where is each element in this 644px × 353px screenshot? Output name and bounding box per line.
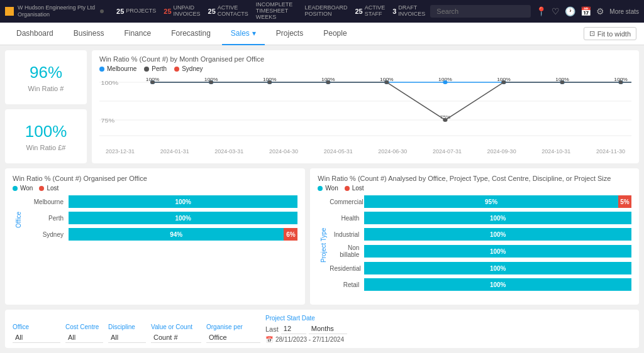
svg-point-29 (384, 80, 389, 84)
company-info: W Hudson Engineering Pty Ltd Organisatio… (18, 4, 95, 18)
legend-melbourne-dot (99, 67, 104, 72)
stats-area: 25 PROJECTS 25 UNPAIDINVOICES 25 ACTIVEC… (109, 2, 425, 21)
fit-width-button[interactable]: ⊡ Fit to width (584, 27, 636, 40)
bar-row-sydney: Sydney 94% 6% (25, 228, 297, 241)
bar-container-retail: 100% (364, 278, 631, 291)
win-ratio-value-value: 100% (25, 122, 67, 141)
date-range-value: 28/11/2023 - 27/11/2024 (275, 336, 344, 343)
svg-point-25 (150, 80, 155, 84)
more-stats-button[interactable]: More stats (609, 8, 639, 15)
filter-last-word: Last (265, 325, 279, 333)
legend-sydney-dot (174, 67, 179, 72)
legend-melbourne-label: Melbourne (107, 65, 136, 72)
win-ratio-value-label: Win Ratio £# (26, 144, 66, 151)
bar-chart-right-area: Project Type Commercial 95% 5% Health 10… (318, 195, 631, 295)
win-ratio-count-label: Win Ratio # (28, 85, 64, 92)
legend-melbourne: Melbourne (99, 65, 136, 72)
calendar-small-icon: 📅 (265, 336, 273, 343)
settings-icon[interactable]: ⚙ (596, 6, 604, 16)
bar-fill-retail-won: 100% (364, 278, 631, 291)
bar-row-non-billable: Non billable 100% (330, 244, 631, 258)
filter-organise-select[interactable]: Office Project Type (206, 332, 260, 343)
filters-row: Office All Melbourne Perth Sydney Cost C… (5, 310, 639, 348)
legend-lost-left: Lost (39, 185, 58, 192)
legend-sydney: Sydney (174, 65, 203, 72)
bottom-section: Win Ratio % (Count #) Organised per Offi… (5, 168, 639, 305)
nav-dashboard[interactable]: Dashboard (8, 23, 62, 45)
bar-row-commercial: Commercial 95% 5% (330, 195, 631, 208)
filter-discipline-select[interactable]: All (108, 332, 146, 343)
filter-cost-centre-select[interactable]: All (65, 332, 103, 343)
nav-projects[interactable]: Projects (267, 23, 312, 45)
bar-fill-commercial-won: 95% (364, 195, 618, 208)
svg-point-30 (443, 118, 447, 122)
bar-container-melbourne: 100% (69, 195, 297, 208)
bar-label-health: Health (330, 215, 364, 222)
clock-icon[interactable]: 🕐 (565, 6, 575, 16)
bar-row-health: Health 100% (330, 212, 631, 224)
bar-label-non-billable: Non billable (330, 244, 364, 258)
kpi-column: 96% Win Ratio # 100% Win Ratio £# (5, 50, 87, 163)
bar-chart-left-area: Office Melbourne 100% Perth 100% (13, 195, 297, 244)
filter-discipline-label: Discipline (108, 323, 146, 330)
bullet-separator (100, 9, 104, 13)
bar-fill-commercial-lost: 5% (618, 195, 631, 208)
bar-fill-industrial-won: 100% (364, 228, 631, 241)
legend-perth-label: Perth (152, 65, 167, 72)
filter-office-select[interactable]: All Melbourne Perth Sydney (13, 332, 60, 343)
bar-chart-left-title: Win Ratio % (Count #) Organised per Offi… (13, 175, 297, 182)
legend-won-left: Won (13, 185, 33, 192)
search-input[interactable] (430, 5, 531, 18)
y-axis-label-left: Office (13, 195, 25, 244)
svg-point-32 (560, 80, 564, 84)
bar-label-melbourne: Melbourne (25, 198, 69, 205)
filter-cost-centre-label: Cost Centre (65, 323, 103, 330)
bar-row-industrial: Industrial 100% (330, 228, 631, 241)
bar-fill-sydney-lost: 6% (284, 228, 297, 241)
filter-organise-group: Organise per Office Project Type (206, 323, 260, 343)
nav-business[interactable]: Business (65, 23, 113, 45)
filter-last-num-select[interactable]: 12 6 3 (281, 323, 306, 334)
heart-icon[interactable]: ♡ (552, 6, 560, 16)
filter-date-range: 📅 28/11/2023 - 27/11/2024 (265, 336, 347, 343)
bar-row-retail: Retail 100% (330, 278, 631, 291)
nav-people[interactable]: People (314, 23, 355, 45)
win-ratio-value-card: 100% Win Ratio £# (5, 109, 87, 163)
bar-container-residential: 100% (364, 262, 631, 274)
filter-value-count-select[interactable]: Count # Value £ (151, 332, 201, 343)
top-section: 96% Win Ratio # 100% Win Ratio £# Win Ra… (5, 50, 639, 163)
bar-fill-sydney-won: 94% (69, 228, 284, 241)
location-icon[interactable]: 📍 (536, 6, 547, 16)
bar-row-residential: Residential 100% (330, 262, 631, 274)
line-chart-svg: 100% 75% 100% 100% 100% 100% 100% 100% 1… (99, 76, 631, 145)
filter-office-group: Office All Melbourne Perth Sydney (13, 323, 60, 343)
nav-sales[interactable]: Sales ▾ (222, 23, 265, 45)
filter-office-label: Office (13, 323, 60, 330)
timesheet-stat: INCOMPLETETIMESHEET WEEKS (256, 2, 297, 21)
filter-last-period-select[interactable]: Months Weeks Years (309, 323, 347, 334)
legend-won-dot-left (13, 186, 18, 191)
svg-text:75%: 75% (101, 117, 114, 124)
nav-forecasting[interactable]: Forecasting (162, 23, 219, 45)
topbar: W Hudson Engineering Pty Ltd Organisatio… (0, 0, 644, 23)
leaderboard-stat: LEADERBOARDPOSITION (304, 5, 347, 18)
bar-label-perth: Perth (25, 215, 69, 222)
bar-chart-left-legend: Won Lost (13, 185, 297, 192)
draft-invoices-stat: 3 DRAFTINVOICES (392, 5, 425, 18)
calendar-icon[interactable]: 📅 (580, 6, 591, 16)
bar-label-residential: Residential (330, 265, 364, 272)
filter-value-count-group: Value or Count Count # Value £ (151, 323, 201, 343)
svg-point-21 (443, 80, 447, 84)
win-ratio-count-card: 96% Win Ratio # (5, 50, 87, 104)
nav-finance[interactable]: Finance (115, 23, 160, 45)
legend-won-right: Won (318, 185, 338, 192)
bar-fill-residential-won: 100% (364, 262, 631, 274)
projects-stat: 25 PROJECTS (116, 8, 156, 15)
fit-width-icon: ⊡ (589, 30, 595, 38)
svg-point-28 (326, 80, 330, 84)
filter-discipline-group: Discipline All (108, 323, 146, 343)
filter-organise-label: Organise per (206, 323, 260, 330)
bar-chart-left-card: Win Ratio % (Count #) Organised per Offi… (5, 168, 305, 305)
unpaid-invoices-stat: 25 UNPAIDINVOICES (164, 5, 200, 18)
active-staff-stat: 25 ACTIVESTAFF (355, 5, 385, 18)
